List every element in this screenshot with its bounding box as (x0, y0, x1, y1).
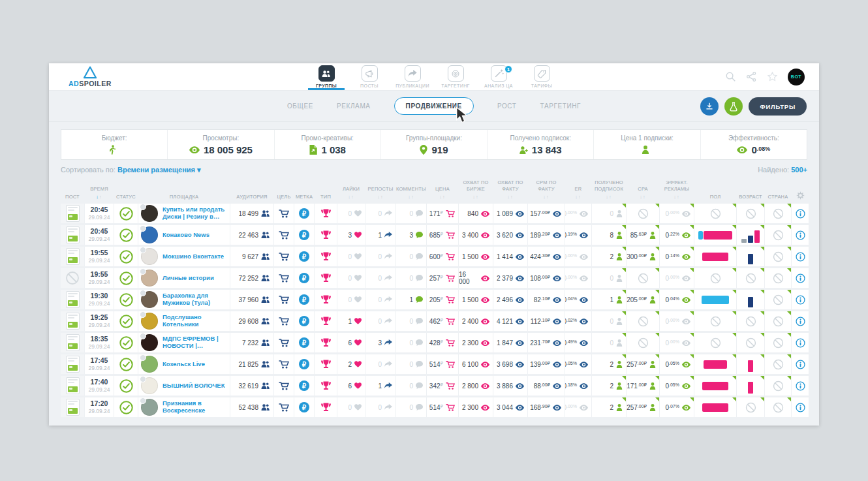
info-icon[interactable] (796, 381, 805, 391)
cart-icon[interactable] (279, 338, 289, 347)
trophy-icon[interactable] (321, 360, 331, 369)
group-name-link[interactable]: Подслушано Котельники (163, 314, 230, 328)
group-avatar[interactable] (141, 313, 158, 330)
cell-post[interactable] (61, 333, 84, 352)
info-icon[interactable] (796, 338, 805, 348)
group-name-link[interactable]: Козельск Live (163, 361, 205, 368)
search-icon[interactable] (725, 71, 736, 82)
sort-arrows[interactable]: ↓↑ (439, 194, 446, 200)
column-header[interactable]: ОХВАТ ПО ФАКТУ↓↑ (493, 179, 527, 200)
trophy-icon[interactable] (321, 338, 331, 347)
post-thumbnail[interactable] (66, 291, 80, 308)
info-icon[interactable] (796, 273, 805, 283)
ruble-badge-icon[interactable]: ₽ (299, 230, 309, 240)
post-thumbnail[interactable] (66, 313, 80, 330)
ruble-badge-icon[interactable]: ₽ (299, 337, 309, 348)
sort-arrows[interactable]: ↓↑ (640, 194, 646, 200)
ruble-badge-icon[interactable]: ₽ (299, 316, 309, 326)
cell-post[interactable] (61, 290, 84, 309)
column-header[interactable]: CPA↓↑ (627, 186, 659, 200)
subtab-таргетинг[interactable]: ТАРГЕТИНГ (540, 102, 581, 110)
trophy-icon[interactable] (321, 317, 331, 326)
post-thumbnail[interactable] (66, 226, 80, 243)
cell-post[interactable] (61, 204, 84, 223)
user-avatar[interactable]: BOT (788, 69, 805, 85)
group-name-link[interactable]: МДПС ЕФРЕМОВ | НОВОСТИ | ВЗАИМОПОМОЩЬ | … (163, 335, 230, 350)
subtab-рост[interactable]: РОСТ (497, 102, 517, 110)
sort-arrows[interactable]: ↓↑ (575, 194, 581, 200)
cart-icon[interactable] (279, 273, 289, 283)
group-name-link[interactable]: Купить или продать Диски | Резину в Ряза… (163, 206, 230, 221)
cell-post[interactable] (61, 397, 84, 417)
sort-arrows[interactable]: ↓↑ (606, 194, 612, 200)
brand-logo[interactable]: ADSPOILER (69, 66, 112, 87)
column-header[interactable]: ВРЕМЯ↓↑ (85, 186, 114, 200)
subtab-реклама[interactable]: РЕКЛАМА (337, 102, 371, 110)
cart-icon[interactable] (279, 252, 289, 261)
lab-button[interactable] (724, 97, 743, 116)
info-icon[interactable] (796, 360, 805, 369)
ruble-badge-icon[interactable]: ₽ (299, 273, 309, 283)
sort-arrows[interactable]: ↓↑ (96, 194, 102, 200)
post-thumbnail[interactable] (66, 248, 80, 265)
nav-tab-audience-analysis[interactable]: 1 АНАЛИЗ ЦА (477, 63, 520, 90)
share-nodes-icon[interactable] (746, 71, 757, 82)
cart-icon[interactable] (279, 360, 289, 369)
cart-icon[interactable] (279, 295, 289, 304)
info-icon[interactable] (796, 403, 805, 412)
trophy-icon[interactable] (321, 252, 331, 261)
group-name-link[interactable]: Мокшино Вконтакте (163, 253, 224, 260)
post-thumbnail[interactable] (66, 399, 80, 416)
cell-post[interactable] (61, 247, 84, 266)
group-avatar[interactable] (141, 248, 158, 265)
sort-value-dropdown[interactable]: Времени размещения ▾ (117, 166, 201, 174)
group-name-link[interactable]: ВЫШНИЙ ВОЛОЧЕК (163, 382, 225, 390)
sort-arrows[interactable]: ↓↑ (348, 194, 354, 200)
subtab-общее[interactable]: ОБЩЕЕ (287, 102, 313, 110)
column-header[interactable]: ПОЛУЧЕНО ПОДПИСОК↓↑ (592, 179, 626, 200)
post-thumbnail[interactable] (66, 377, 80, 394)
cart-icon[interactable] (279, 403, 289, 412)
trophy-icon[interactable] (321, 230, 331, 240)
post-thumbnail[interactable] (66, 356, 80, 373)
cart-icon[interactable] (279, 209, 289, 218)
ruble-badge-icon[interactable]: ₽ (299, 402, 309, 412)
trophy-icon[interactable] (321, 295, 331, 304)
group-name-link[interactable]: Личные истории (163, 275, 214, 282)
sort-arrows[interactable]: ↓↑ (543, 194, 550, 200)
cell-post[interactable] (61, 354, 84, 374)
nav-tab-tariffs[interactable]: ТАРИФЫ (520, 63, 563, 90)
sort-arrows[interactable]: ↓↑ (507, 194, 514, 200)
download-button[interactable] (700, 97, 719, 116)
info-icon[interactable] (796, 295, 805, 305)
ruble-badge-icon[interactable]: ₽ (299, 380, 309, 391)
column-header[interactable]: CPM ПО ФАКТУ↓↑ (528, 179, 565, 200)
group-avatar[interactable] (141, 377, 158, 394)
column-header[interactable]: ОХВАТ ПО БИРЖЕ↓↑ (459, 179, 493, 200)
ruble-badge-icon[interactable]: ₽ (299, 359, 309, 369)
group-name-link[interactable]: Признания в Воскресенске (163, 400, 230, 414)
column-header[interactable]: ЭФФЕКТ. РЕКЛАМЫ↓↑ (660, 179, 694, 200)
cart-icon[interactable] (279, 317, 289, 326)
cell-post[interactable] (61, 376, 84, 396)
nav-tab-posts[interactable]: ПОСТЫ (348, 63, 391, 90)
nav-tab-groups[interactable]: ГРУППЫ (305, 63, 348, 90)
trophy-icon[interactable] (321, 381, 331, 390)
trophy-icon[interactable] (321, 273, 331, 283)
ruble-badge-icon[interactable]: ₽ (299, 208, 309, 219)
group-avatar[interactable] (141, 399, 158, 416)
column-header[interactable]: РЕПОСТЫ↓↑ (365, 186, 395, 200)
cell-post[interactable] (61, 225, 84, 245)
sort-arrows[interactable]: ↓↑ (674, 194, 680, 200)
info-icon[interactable] (796, 230, 805, 240)
cell-post[interactable] (61, 311, 84, 331)
group-avatar[interactable] (141, 226, 158, 243)
gear-icon[interactable] (796, 191, 805, 200)
column-header[interactable]: ЦЕНА↓↑ (427, 186, 458, 200)
sort-arrows[interactable]: ↓↑ (377, 194, 384, 200)
star-icon[interactable] (767, 71, 778, 82)
column-header[interactable]: КОММЕНТЫ↓↑ (396, 186, 426, 200)
trophy-icon[interactable] (321, 403, 331, 412)
sort-arrows[interactable]: ↓↑ (473, 194, 479, 200)
group-avatar[interactable] (141, 270, 158, 287)
